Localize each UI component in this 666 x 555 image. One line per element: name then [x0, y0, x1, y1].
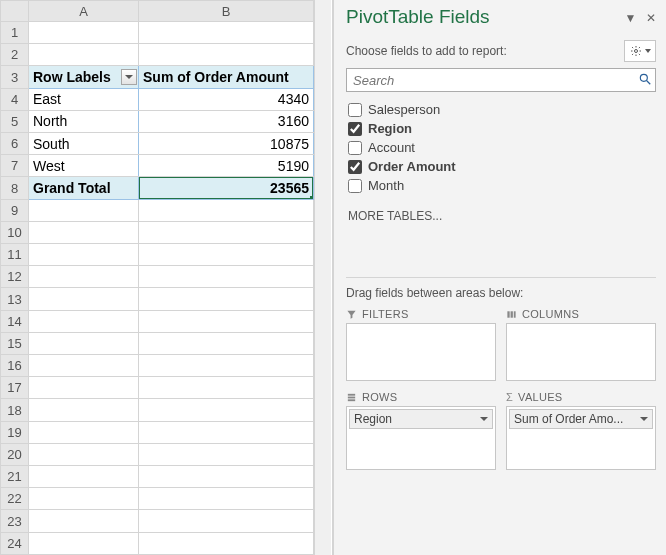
pill-region[interactable]: Region — [349, 409, 493, 429]
pane-dropdown-icon[interactable]: ▼ — [624, 11, 636, 25]
row-header[interactable]: 14 — [1, 310, 29, 332]
row-header[interactable]: 18 — [1, 399, 29, 421]
more-tables-link[interactable]: MORE TABLES... — [346, 203, 656, 227]
cell[interactable] — [29, 355, 139, 377]
row-header[interactable]: 24 — [1, 532, 29, 554]
row-header[interactable]: 21 — [1, 466, 29, 488]
cell[interactable] — [139, 443, 314, 465]
row-header[interactable]: 11 — [1, 244, 29, 266]
pill-sum-order-amount[interactable]: Sum of Order Amo... — [509, 409, 653, 429]
field-checkbox[interactable] — [348, 160, 362, 174]
row-header[interactable]: 17 — [1, 377, 29, 399]
field-salesperson[interactable]: Salesperson — [346, 100, 656, 119]
row-header[interactable]: 4 — [1, 88, 29, 110]
cell[interactable] — [139, 532, 314, 554]
cell[interactable] — [139, 22, 314, 44]
pivot-row-label[interactable]: North — [29, 110, 139, 132]
pivot-row-value[interactable]: 10875 — [139, 133, 314, 155]
cell[interactable] — [139, 421, 314, 443]
row-header[interactable]: 2 — [1, 44, 29, 66]
grid-table[interactable]: A B 1 2 3 Row Labels Sum of Order Amount… — [0, 0, 314, 555]
pivot-row-label[interactable]: South — [29, 133, 139, 155]
col-header-B[interactable]: B — [139, 1, 314, 22]
cell[interactable] — [29, 22, 139, 44]
row-header[interactable]: 23 — [1, 510, 29, 532]
cell[interactable] — [29, 288, 139, 310]
cell[interactable] — [29, 44, 139, 66]
pivot-grand-total-label[interactable]: Grand Total — [29, 177, 139, 199]
search-icon[interactable] — [638, 72, 652, 86]
cell[interactable] — [29, 310, 139, 332]
row-header[interactable]: 10 — [1, 221, 29, 243]
cell[interactable] — [139, 488, 314, 510]
row-header[interactable]: 15 — [1, 332, 29, 354]
cell[interactable] — [139, 510, 314, 532]
field-month[interactable]: Month — [346, 176, 656, 195]
cell[interactable] — [29, 421, 139, 443]
pivot-row-labels-header[interactable]: Row Labels — [29, 66, 139, 88]
row-header[interactable]: 3 — [1, 66, 29, 88]
cell[interactable] — [139, 288, 314, 310]
fill-handle[interactable] — [310, 196, 314, 200]
row-header[interactable]: 20 — [1, 443, 29, 465]
cell[interactable] — [29, 244, 139, 266]
search-input[interactable] — [346, 68, 656, 92]
pivot-value-header[interactable]: Sum of Order Amount — [139, 66, 314, 88]
pivot-row-value[interactable]: 4340 — [139, 88, 314, 110]
pivot-row-value[interactable]: 3160 — [139, 110, 314, 132]
cell[interactable] — [139, 310, 314, 332]
cell[interactable] — [29, 510, 139, 532]
rows-drop-zone[interactable]: Region — [346, 406, 496, 470]
row-header[interactable]: 7 — [1, 155, 29, 177]
row-header[interactable]: 13 — [1, 288, 29, 310]
row-header[interactable]: 12 — [1, 266, 29, 288]
row-header[interactable]: 16 — [1, 355, 29, 377]
cell[interactable] — [139, 199, 314, 221]
cell[interactable] — [139, 44, 314, 66]
vertical-scrollbar[interactable] — [314, 0, 331, 555]
pivot-row-label[interactable]: East — [29, 88, 139, 110]
cell[interactable] — [139, 266, 314, 288]
row-header[interactable]: 6 — [1, 133, 29, 155]
cell[interactable] — [29, 332, 139, 354]
field-order-amount[interactable]: Order Amount — [346, 157, 656, 176]
field-checkbox[interactable] — [348, 122, 362, 136]
cell[interactable] — [139, 466, 314, 488]
cell[interactable] — [29, 399, 139, 421]
cell[interactable] — [139, 399, 314, 421]
columns-drop-zone[interactable] — [506, 323, 656, 381]
row-labels-filter-dropdown[interactable] — [121, 69, 137, 85]
pivot-row-value[interactable]: 5190 — [139, 155, 314, 177]
cell[interactable] — [29, 266, 139, 288]
values-drop-zone[interactable]: Sum of Order Amo... — [506, 406, 656, 470]
filters-drop-zone[interactable] — [346, 323, 496, 381]
cell[interactable] — [29, 199, 139, 221]
cell[interactable] — [139, 377, 314, 399]
row-header[interactable]: 8 — [1, 177, 29, 199]
row-header[interactable]: 22 — [1, 488, 29, 510]
select-all-corner[interactable] — [1, 1, 29, 22]
row-header[interactable]: 5 — [1, 110, 29, 132]
field-checkbox[interactable] — [348, 179, 362, 193]
cell[interactable] — [29, 443, 139, 465]
field-account[interactable]: Account — [346, 138, 656, 157]
field-checkbox[interactable] — [348, 103, 362, 117]
cell[interactable] — [139, 244, 314, 266]
cell[interactable] — [29, 488, 139, 510]
cell[interactable] — [29, 377, 139, 399]
close-icon[interactable]: ✕ — [646, 11, 656, 25]
pivot-grand-total-value[interactable]: 23565 — [139, 177, 314, 199]
cell[interactable] — [139, 332, 314, 354]
cell[interactable] — [29, 466, 139, 488]
row-header[interactable]: 19 — [1, 421, 29, 443]
field-checkbox[interactable] — [348, 141, 362, 155]
row-header[interactable]: 1 — [1, 22, 29, 44]
field-region[interactable]: Region — [346, 119, 656, 138]
cell[interactable] — [29, 221, 139, 243]
cell[interactable] — [29, 532, 139, 554]
gear-button[interactable] — [624, 40, 656, 62]
cell[interactable] — [139, 355, 314, 377]
cell[interactable] — [139, 221, 314, 243]
col-header-A[interactable]: A — [29, 1, 139, 22]
row-header[interactable]: 9 — [1, 199, 29, 221]
